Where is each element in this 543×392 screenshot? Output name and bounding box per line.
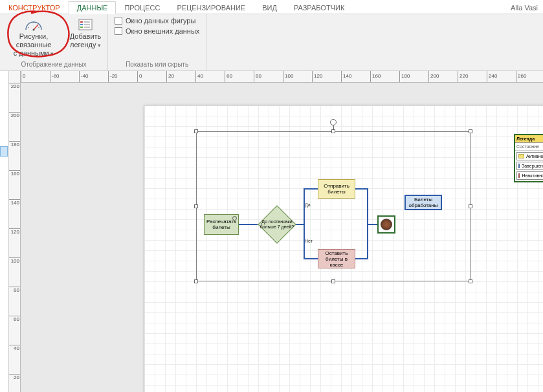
tab-developer[interactable]: РАЗРАБОТЧИК [285,1,353,14]
shape-decision[interactable]: До постановки больше 7 дней? [258,205,296,244]
insert-legend-label-1: Добавить [70,32,102,40]
legend-row-active: Активно [516,152,543,160]
svg-line-2 [28,27,29,28]
svg-line-0 [34,25,38,30]
shape-decision-text: До постановки больше 7 дней? [258,205,296,244]
checkbox-icon [115,27,122,35]
connector[interactable] [238,224,258,225]
external-data-window-label: Окно внешних данных [126,27,199,35]
insert-legend-label-2: легенду [70,41,96,49]
resize-handle-se[interactable] [469,279,472,283]
gauge-icon [23,17,44,32]
svg-line-4 [38,27,39,28]
group-display-data: Рисунки, связанныес данными Добавитьлеге… [0,14,108,71]
shape-leave-tickets[interactable]: Оставить билеты в кассе [318,249,355,268]
resize-handle-sw[interactable] [194,279,198,283]
drawing-page[interactable]: Да Нет Распечатать билеты До постановки … [144,105,543,392]
shape-send-tickets[interactable]: Отправить билеты [318,179,355,199]
shape-done-label[interactable]: Билеты обработаны [404,195,442,210]
gear-icon [232,216,237,221]
data-graphics-button[interactable]: Рисунки, связанныес данными [3,16,65,60]
legend-subtitle: Состояние [515,143,543,151]
resize-handle-e[interactable] [469,204,472,208]
tab-konstruktor[interactable]: КОНСТРУКТОР [0,1,69,14]
rotation-handle[interactable] [330,119,337,125]
connector[interactable] [355,258,368,259]
shape-end[interactable] [377,215,395,234]
data-graphics-label-2: с данными [14,49,49,57]
shape-send-tickets-text: Отправить билеты [318,183,355,195]
insert-legend-button[interactable]: Добавитьлегенду [66,16,105,60]
shapes-panel-strip[interactable] [0,71,9,392]
vertical-ruler: 220200180160140120100806040200 [9,71,21,392]
svg-rect-7 [80,24,83,25]
legend-box[interactable]: Легенда Состояние Активно Завершено Неак… [514,134,543,182]
active-stencil-indicator [0,146,8,157]
tab-process[interactable]: ПРОЦЕСС [116,1,168,14]
tab-view[interactable]: ВИД [254,1,285,14]
checkbox-icon [115,17,122,25]
shape-data-window-label: Окно данных фигуры [126,17,195,25]
connector-label-no: Нет [305,239,313,243]
shape-start[interactable]: Распечатать билеты [204,214,239,235]
legend-title: Легенда [515,135,543,143]
group-show-hide: Окно данных фигуры Окно внешних данных П… [108,14,206,71]
legend-icon [75,17,96,32]
shape-leave-tickets-text: Оставить билеты в кассе [318,250,355,268]
end-ring-icon [381,219,392,230]
connector[interactable] [367,224,377,225]
svg-rect-8 [80,27,83,28]
resize-handle-s[interactable] [331,279,335,283]
connector[interactable] [304,258,318,259]
connector[interactable] [304,188,318,190]
ribbon: Рисунки, связанныес данными Добавитьлеге… [0,14,543,71]
workspace: 220200180160140120100806040200 0-60-40-2… [0,71,543,392]
tab-dannye[interactable]: ДАННЫЕ [69,1,116,14]
tab-review[interactable]: РЕЦЕНЗИРОВАНИЕ [168,1,254,14]
resize-handle-n[interactable] [331,129,335,133]
svg-point-1 [33,29,35,31]
shape-data-window-checkbox[interactable]: Окно данных фигуры [111,16,203,26]
connector[interactable] [367,224,368,259]
connector[interactable] [367,188,368,224]
drawing-canvas[interactable]: Да Нет Распечатать билеты До постановки … [21,83,543,392]
data-graphics-label-1: Рисунки, связанные [16,32,52,49]
resize-handle-w[interactable] [194,204,198,208]
legend-row-inactive: Неактивно [516,171,543,180]
svg-rect-6 [80,21,83,23]
external-data-window-checkbox[interactable]: Окно внешних данных [111,26,203,36]
group-show-hide-label: Показать или скрыть [126,60,188,69]
legend-row-done: Завершено [516,162,543,170]
user-name[interactable]: Alla Vasi [505,2,543,14]
shape-done-text: Билеты обработаны [406,197,441,208]
resize-handle-nw[interactable] [194,129,198,133]
connector-label-yes: Да [305,202,311,207]
canvas-wrap: 0-60-40-20020406080100120140160180200220… [21,71,543,392]
horizontal-ruler: 0-60-40-20020406080100120140160180200220… [21,71,543,83]
connector[interactable] [355,188,368,190]
group-display-data-label: Отображение данных [3,60,105,69]
ribbon-tabs: КОНСТРУКТОР ДАННЫЕ ПРОЦЕСС РЕЦЕНЗИРОВАНИ… [0,0,543,14]
resize-handle-ne[interactable] [469,129,472,133]
